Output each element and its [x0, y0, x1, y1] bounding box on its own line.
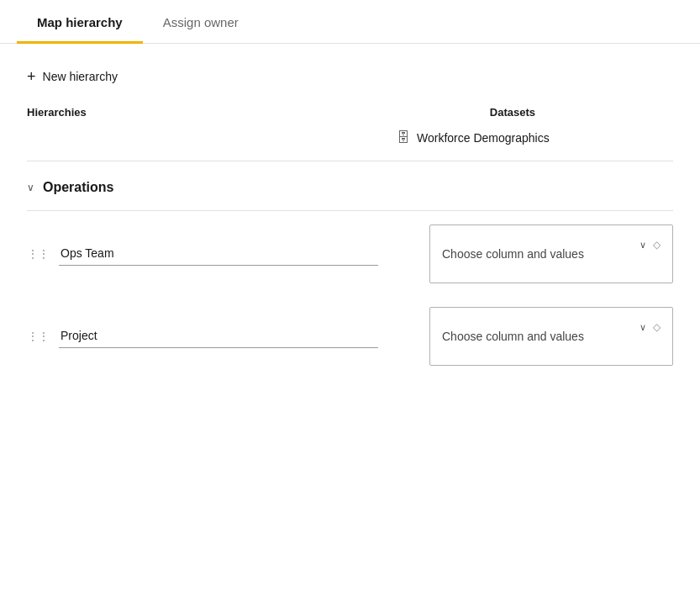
clear-icon-2[interactable]: ◇ — [653, 321, 661, 333]
dataset-item: 🗄 Workforce Demographics — [397, 125, 673, 151]
dataset-name: Workforce Demographics — [417, 131, 550, 145]
clear-icon-1[interactable]: ◇ — [653, 239, 661, 251]
main-content: + New hierarchy Hierarchies Datasets 🗄 W… — [0, 44, 700, 409]
tab-assign-owner[interactable]: Assign owner — [143, 0, 259, 44]
operations-section-header: ∨ Operations — [27, 172, 673, 203]
plus-icon: + — [27, 69, 36, 84]
hierarchies-label: Hierarchies — [27, 106, 87, 119]
hierarchy-row-project: ⋮⋮ Choose column and values ∨ ◇ — [27, 307, 673, 366]
new-hierarchy-label: New hierarchy — [43, 70, 118, 83]
new-hierarchy-button[interactable]: + New hierarchy — [27, 64, 118, 89]
choose-column-button-1[interactable]: Choose column and values ∨ ◇ — [429, 225, 673, 283]
column-headers: Hierarchies Datasets — [27, 106, 673, 119]
hierarchy-name-input-2[interactable] — [59, 325, 378, 348]
choose-column-text-1: Choose column and values — [442, 246, 584, 263]
dropdown-chevron-icon-2[interactable]: ∨ — [639, 322, 646, 333]
datasets-label: Datasets — [490, 106, 535, 119]
hierarchy-row-ops-team: ⋮⋮ Choose column and values ∨ ◇ — [27, 225, 673, 283]
dropdown-chevron-icon-1[interactable]: ∨ — [639, 240, 646, 251]
btn-icons-1: ∨ ◇ — [639, 237, 661, 251]
section-collapse-icon[interactable]: ∨ — [27, 182, 34, 193]
btn-icons-2: ∨ ◇ — [639, 320, 661, 333]
section-divider — [27, 210, 673, 211]
drag-handle-2[interactable]: ⋮⋮ — [27, 330, 49, 343]
choose-column-button-2[interactable]: Choose column and values ∨ ◇ — [429, 307, 673, 366]
drag-handle-1[interactable]: ⋮⋮ — [27, 247, 49, 261]
divider-1 — [27, 161, 673, 161]
tab-map-hierarchy[interactable]: Map hierarchy — [17, 0, 143, 44]
choose-column-text-2: Choose column and values — [442, 328, 584, 346]
tabs-container: Map hierarchy Assign owner — [0, 0, 700, 44]
hierarchy-name-input-1[interactable] — [59, 243, 378, 266]
section-title: Operations — [43, 180, 113, 195]
database-icon: 🗄 — [397, 130, 410, 145]
